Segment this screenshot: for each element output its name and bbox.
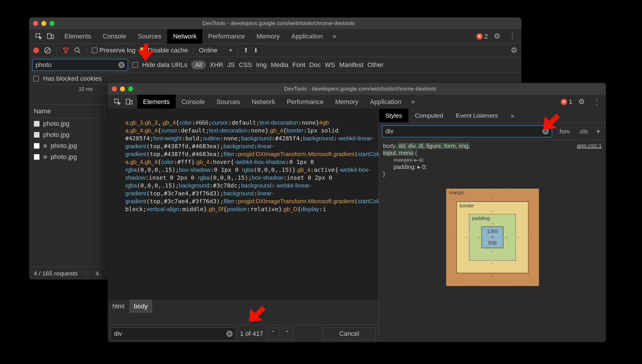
device-toolbar-icon[interactable] bbox=[45, 33, 59, 40]
rule-margin[interactable]: margin: ▸ 0; bbox=[394, 157, 424, 163]
more-tabs-icon[interactable]: » bbox=[505, 109, 521, 123]
styles-tab-listeners[interactable]: Event Listeners bbox=[449, 109, 505, 123]
blocked-cookies-checkbox[interactable] bbox=[33, 76, 39, 82]
filter-icon[interactable] bbox=[62, 47, 69, 54]
error-count[interactable]: ✕ 2 bbox=[476, 33, 488, 40]
tab-elements[interactable]: Elements bbox=[137, 95, 176, 109]
search-next-button[interactable]: ˅ bbox=[281, 328, 293, 340]
gear-icon: ⚙ bbox=[43, 143, 47, 149]
device-toolbar-icon[interactable] bbox=[124, 98, 137, 106]
kebab-menu-icon[interactable]: ⋮ bbox=[591, 97, 603, 106]
crumb-html[interactable]: html bbox=[108, 300, 129, 313]
download-icon[interactable]: ⬇ bbox=[253, 47, 258, 54]
filter-img[interactable]: Img bbox=[256, 61, 267, 69]
bm-padding-label: padding bbox=[472, 215, 490, 221]
error-icon: ✕ bbox=[476, 33, 483, 40]
more-tabs-icon[interactable]: » bbox=[329, 33, 340, 40]
filter-doc[interactable]: Doc bbox=[309, 61, 321, 69]
box-model[interactable]: margin - - border - - padding - bbox=[446, 188, 539, 286]
tab-network[interactable]: Network bbox=[167, 29, 202, 44]
tab-sources[interactable]: Sources bbox=[132, 29, 167, 44]
clear-filter-icon[interactable]: ✕ bbox=[118, 62, 125, 68]
inspect-icon[interactable] bbox=[32, 33, 45, 40]
tab-performance[interactable]: Performance bbox=[202, 29, 251, 44]
more-tabs-icon[interactable]: » bbox=[407, 98, 419, 106]
hov-toggle[interactable]: :hov bbox=[555, 127, 573, 136]
window2-title: DevTools - developers.google.com/web/too… bbox=[119, 86, 602, 92]
svg-rect-7 bbox=[130, 100, 132, 104]
filter-js[interactable]: JS bbox=[227, 61, 235, 69]
status-requests: 4 / 165 requests bbox=[34, 270, 78, 277]
filter-font[interactable]: Font bbox=[292, 61, 305, 69]
tab-memory[interactable]: Memory bbox=[329, 95, 364, 109]
cls-toggle[interactable]: .cls bbox=[576, 127, 591, 136]
disable-cache-label: Disable cache bbox=[148, 47, 188, 54]
styles-tabs: Styles Computed Event Listeners » bbox=[379, 109, 606, 123]
styles-pane: Styles Computed Event Listeners » div ✕ … bbox=[379, 109, 606, 342]
search-cancel-button[interactable]: Cancel bbox=[323, 327, 376, 340]
svg-rect-1 bbox=[47, 33, 51, 38]
filter-manifest[interactable]: Manifest bbox=[339, 61, 363, 69]
filter-all[interactable]: All bbox=[191, 61, 205, 69]
disable-cache-checkbox[interactable]: ✓ bbox=[140, 47, 146, 53]
source-link[interactable]: app.css:1 bbox=[577, 142, 602, 149]
network-settings-icon[interactable]: ⚙ bbox=[511, 46, 517, 55]
bm-margin-label: margin bbox=[449, 190, 464, 196]
network-filterbar2: Has blocked cookies bbox=[29, 73, 521, 84]
settings-icon[interactable]: ⚙ bbox=[572, 97, 591, 106]
tab-elements[interactable]: Elements bbox=[59, 29, 97, 44]
elements-source-code[interactable]: a.gb_3.gb_3,.gb_4{color:#666;cursor:defa… bbox=[108, 109, 379, 300]
close-light[interactable] bbox=[33, 21, 38, 26]
window1-title: DevTools - developers.google.com/web/too… bbox=[40, 20, 517, 26]
inspect-icon[interactable] bbox=[111, 98, 124, 106]
crumb-body[interactable]: body bbox=[129, 300, 153, 313]
error-count[interactable]: ✕ 1 bbox=[561, 98, 572, 106]
filter-media[interactable]: Media bbox=[271, 61, 288, 69]
tab-sources[interactable]: Sources bbox=[211, 95, 246, 109]
styles-tab-styles[interactable]: Styles bbox=[379, 109, 408, 123]
file-thumb bbox=[34, 154, 40, 160]
tab-console[interactable]: Console bbox=[176, 95, 211, 109]
filter-other[interactable]: Other bbox=[368, 61, 384, 69]
styles-filter-input[interactable]: div ✕ bbox=[382, 125, 552, 137]
close-light[interactable] bbox=[112, 86, 117, 91]
devtools-tabbar: Elements Console Sources Network Perform… bbox=[108, 95, 606, 109]
blocked-cookies-label: Has blocked cookies bbox=[43, 75, 102, 82]
rule-padding[interactable]: padding: ▸ 0; bbox=[394, 164, 427, 170]
upload-icon[interactable]: ⬆ bbox=[243, 47, 248, 54]
add-rule-icon[interactable]: + bbox=[594, 127, 603, 136]
tab-network[interactable]: Network bbox=[246, 95, 281, 109]
elements-search-input[interactable]: div ✕ bbox=[111, 327, 236, 340]
record-button[interactable] bbox=[33, 47, 39, 53]
filter-css[interactable]: CSS bbox=[239, 61, 252, 69]
network-filterbar: photo ✕ Hide data URLs All XHR JS CSS Im… bbox=[29, 57, 521, 73]
elements-breadcrumb: html body bbox=[108, 300, 379, 313]
column-name[interactable]: Name bbox=[29, 105, 105, 118]
filter-input[interactable]: photo ✕ bbox=[32, 59, 128, 71]
window1-titlebar: DevTools - developers.google.com/web/too… bbox=[29, 17, 521, 29]
clear-search-icon[interactable]: ✕ bbox=[226, 331, 233, 337]
preserve-log-checkbox[interactable] bbox=[92, 47, 98, 53]
styles-tab-computed[interactable]: Computed bbox=[408, 109, 449, 123]
hide-data-urls-checkbox[interactable] bbox=[132, 62, 138, 68]
settings-icon[interactable]: ⚙ bbox=[488, 32, 506, 41]
search-prev-button[interactable]: ˄ bbox=[267, 328, 279, 340]
tab-application[interactable]: Application bbox=[285, 29, 329, 44]
clear-filter-icon[interactable]: ✕ bbox=[542, 128, 549, 135]
clear-icon[interactable] bbox=[44, 47, 51, 54]
tab-performance[interactable]: Performance bbox=[281, 95, 329, 109]
search-icon[interactable] bbox=[74, 47, 81, 54]
throttling-select[interactable]: Online ▾ bbox=[199, 47, 232, 54]
filter-ws[interactable]: WS bbox=[325, 61, 335, 69]
status-extra: 4. bbox=[96, 270, 101, 277]
css-rule[interactable]: app.css:1 body, dd, div, dl, figure, for… bbox=[379, 140, 606, 180]
tab-application[interactable]: Application bbox=[364, 95, 407, 109]
filter-xhr[interactable]: XHR bbox=[210, 61, 223, 69]
styles-filter-row: div ✕ :hov .cls + bbox=[379, 123, 606, 140]
tab-console[interactable]: Console bbox=[97, 29, 132, 44]
file-thumb bbox=[34, 121, 40, 127]
bm-border-label: border bbox=[460, 203, 474, 209]
file-thumb bbox=[34, 132, 40, 138]
kebab-menu-icon[interactable]: ⋮ bbox=[506, 32, 518, 41]
tab-memory[interactable]: Memory bbox=[251, 29, 285, 44]
